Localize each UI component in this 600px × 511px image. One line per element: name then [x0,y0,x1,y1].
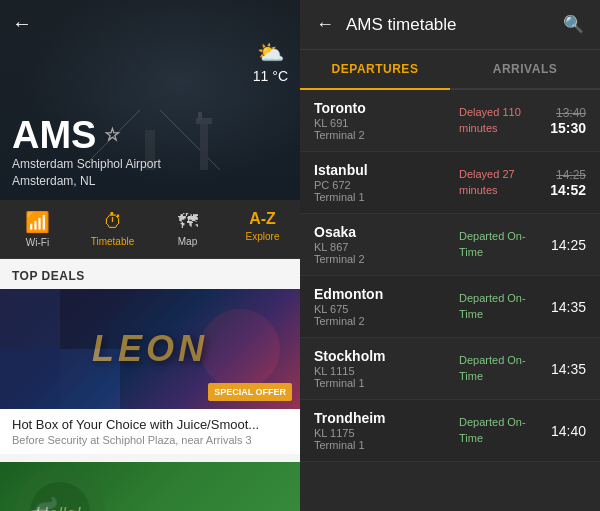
flight-times: 13:40 15:30 [541,106,586,136]
timetable-icon: ⏱ [103,210,123,233]
search-button[interactable]: 🔍 [563,14,584,35]
flight-time-single: 14:35 [541,299,586,315]
flight-code: KL 1115 [314,365,451,377]
svg-rect-5 [198,112,202,120]
flight-time-single: 14:40 [541,423,586,439]
nav-explore-label: Explore [246,231,280,242]
right-panel: ← AMS timetable 🔍 DEPARTURES ARRIVALS To… [300,0,600,511]
flight-time-original: 14:25 [541,168,586,182]
flight-row[interactable]: Edmonton KL 675 Terminal 2 Departed On-T… [300,276,600,338]
right-back-button[interactable]: ← [316,14,334,35]
flight-row[interactable]: Istanbul PC 672 Terminal 1 Delayed 27 mi… [300,152,600,214]
nav-item-map[interactable]: 🗺 Map [150,200,225,258]
svg-rect-7 [0,349,60,409]
top-deals-header: TOP DEALS [0,259,300,289]
flight-times: 14:40 [541,423,586,439]
flight-destination: Edmonton KL 675 Terminal 2 [314,286,451,327]
flight-destination: Toronto KL 691 Terminal 2 [314,100,451,141]
flight-code: KL 675 [314,303,451,315]
deal-card-leon[interactable]: LEON SPECIAL OFFER Hot Box of Your Choic… [0,289,300,454]
flight-code: KL 867 [314,241,451,253]
flight-row[interactable]: Stockholm KL 1115 Terminal 1 Departed On… [300,338,600,400]
flight-code: KL 1175 [314,427,451,439]
flight-destination: Trondheim KL 1175 Terminal 1 [314,410,451,451]
weather-block: ⛅ 11 °C [253,40,288,84]
weather-icon: ⛅ [253,40,288,66]
nav-item-explore[interactable]: A-Z Explore [225,200,300,258]
flight-row[interactable]: Toronto KL 691 Terminal 2 Delayed 110 mi… [300,90,600,152]
flight-status: Departed On-Time [451,291,541,322]
wifi-icon: 📶 [25,210,50,234]
flight-time-single: 14:25 [541,237,586,253]
flight-times: 14:35 [541,361,586,377]
flight-times: 14:35 [541,299,586,315]
airport-info-block: AMS ☆ Amsterdam Schiphol Airport Amsterd… [12,116,161,188]
flight-times: 14:25 [541,237,586,253]
left-panel: ← AMS ☆ Amsterdam Schiphol Airport Amste… [0,0,300,511]
flight-time-actual: 14:52 [541,182,586,198]
flight-terminal: Terminal 2 [314,129,451,141]
right-header: ← AMS timetable 🔍 [300,0,600,50]
flight-city: Edmonton [314,286,451,302]
flight-time-actual: 15:30 [541,120,586,136]
flight-status: Departed On-Time [451,415,541,446]
flight-tabs: DEPARTURES ARRIVALS [300,50,600,90]
flight-city: Trondheim [314,410,451,426]
flight-list: Toronto KL 691 Terminal 2 Delayed 110 mi… [300,90,600,511]
tab-arrivals[interactable]: ARRIVALS [450,50,600,88]
flight-row[interactable]: Osaka KL 867 Terminal 2 Departed On-Time… [300,214,600,276]
airport-full-name: Amsterdam Schiphol Airport [12,157,161,171]
favorite-icon[interactable]: ☆ [104,126,120,144]
weather-temperature: 11 °C [253,68,288,84]
airport-hero: ← AMS ☆ Amsterdam Schiphol Airport Amste… [0,0,300,200]
svg-rect-3 [200,120,208,170]
flight-row[interactable]: Trondheim KL 1175 Terminal 1 Departed On… [300,400,600,462]
tab-departures[interactable]: DEPARTURES [300,50,450,90]
flight-times: 14:25 14:52 [541,168,586,198]
flight-destination: Istanbul PC 672 Terminal 1 [314,162,451,203]
nav-wifi-label: Wi-Fi [26,237,49,248]
svg-point-10 [200,309,280,389]
flight-terminal: Terminal 2 [314,315,451,327]
nav-item-timetable[interactable]: ⏱ Timetable [75,200,150,258]
svg-rect-8 [60,349,120,409]
svg-rect-9 [0,289,60,349]
explore-icon: A-Z [249,210,276,228]
deal-leon-info: Hot Box of Your Choice with Juice/Smoot.… [0,409,300,454]
flight-status: Delayed 110 minutes [451,105,541,136]
flight-status: Departed On-Time [451,229,541,260]
top-deals-section: TOP DEALS LEON SPECIAL OFFER Hot Box of … [0,259,300,511]
flight-city: Stockholm [314,348,451,364]
nav-timetable-label: Timetable [91,236,135,247]
deal-leon-title: Hot Box of Your Choice with Juice/Smoot.… [12,417,288,432]
svg-text:Hello!: Hello! [35,504,81,511]
flight-destination: Osaka KL 867 Terminal 2 [314,224,451,265]
nav-map-label: Map [178,236,197,247]
map-icon: 🗺 [178,210,198,233]
flight-code: KL 691 [314,117,451,129]
deal-leon-badge: SPECIAL OFFER [208,383,292,401]
right-title: AMS timetable [346,15,563,35]
deal-card-starbucks[interactable]: ☕ Hello! [0,462,300,511]
flight-terminal: Terminal 1 [314,191,451,203]
nav-icons-bar: 📶 Wi-Fi ⏱ Timetable 🗺 Map A-Z Explore [0,200,300,259]
left-back-button[interactable]: ← [12,12,32,35]
flight-destination: Stockholm KL 1115 Terminal 1 [314,348,451,389]
flight-time-single: 14:35 [541,361,586,377]
flight-status: Departed On-Time [451,353,541,384]
flight-city: Osaka [314,224,451,240]
flight-terminal: Terminal 1 [314,439,451,451]
nav-item-wifi[interactable]: 📶 Wi-Fi [0,200,75,258]
deal-leon-image: LEON SPECIAL OFFER [0,289,300,409]
airport-location: Amsterdam, NL [12,174,161,188]
airport-code: AMS ☆ [12,116,161,154]
flight-code: PC 672 [314,179,451,191]
flight-status: Delayed 27 minutes [451,167,541,198]
flight-time-original: 13:40 [541,106,586,120]
flight-terminal: Terminal 2 [314,253,451,265]
flight-city: Toronto [314,100,451,116]
flight-city: Istanbul [314,162,451,178]
deal-leon-subtitle: Before Security at Schiphol Plaza, near … [12,434,288,446]
flight-terminal: Terminal 1 [314,377,451,389]
